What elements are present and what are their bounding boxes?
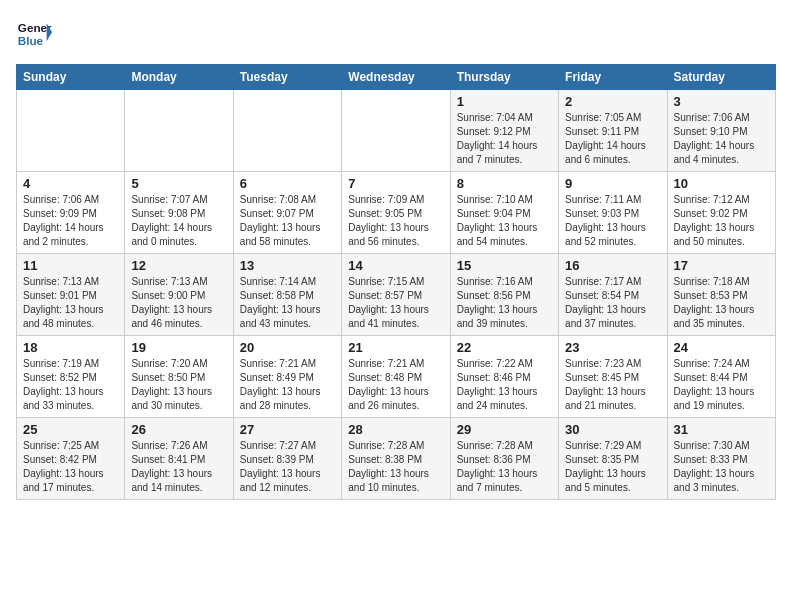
day-info: Sunrise: 7:05 AM Sunset: 9:11 PM Dayligh… bbox=[565, 111, 660, 167]
calendar-week-row: 1Sunrise: 7:04 AM Sunset: 9:12 PM Daylig… bbox=[17, 90, 776, 172]
svg-text:Blue: Blue bbox=[18, 34, 44, 47]
day-info: Sunrise: 7:21 AM Sunset: 8:49 PM Dayligh… bbox=[240, 357, 335, 413]
calendar-cell: 24Sunrise: 7:24 AM Sunset: 8:44 PM Dayli… bbox=[667, 336, 775, 418]
day-info: Sunrise: 7:14 AM Sunset: 8:58 PM Dayligh… bbox=[240, 275, 335, 331]
col-sunday: Sunday bbox=[17, 65, 125, 90]
calendar-cell: 4Sunrise: 7:06 AM Sunset: 9:09 PM Daylig… bbox=[17, 172, 125, 254]
calendar-table: Sunday Monday Tuesday Wednesday Thursday… bbox=[16, 64, 776, 500]
day-info: Sunrise: 7:30 AM Sunset: 8:33 PM Dayligh… bbox=[674, 439, 769, 495]
calendar-cell: 8Sunrise: 7:10 AM Sunset: 9:04 PM Daylig… bbox=[450, 172, 558, 254]
day-number: 15 bbox=[457, 258, 552, 273]
calendar-cell bbox=[125, 90, 233, 172]
calendar-week-row: 25Sunrise: 7:25 AM Sunset: 8:42 PM Dayli… bbox=[17, 418, 776, 500]
day-number: 28 bbox=[348, 422, 443, 437]
calendar-cell bbox=[17, 90, 125, 172]
day-number: 29 bbox=[457, 422, 552, 437]
calendar-cell: 1Sunrise: 7:04 AM Sunset: 9:12 PM Daylig… bbox=[450, 90, 558, 172]
day-number: 11 bbox=[23, 258, 118, 273]
col-saturday: Saturday bbox=[667, 65, 775, 90]
day-info: Sunrise: 7:13 AM Sunset: 9:01 PM Dayligh… bbox=[23, 275, 118, 331]
calendar-cell: 18Sunrise: 7:19 AM Sunset: 8:52 PM Dayli… bbox=[17, 336, 125, 418]
day-number: 30 bbox=[565, 422, 660, 437]
day-info: Sunrise: 7:20 AM Sunset: 8:50 PM Dayligh… bbox=[131, 357, 226, 413]
day-info: Sunrise: 7:08 AM Sunset: 9:07 PM Dayligh… bbox=[240, 193, 335, 249]
day-info: Sunrise: 7:27 AM Sunset: 8:39 PM Dayligh… bbox=[240, 439, 335, 495]
calendar-cell: 11Sunrise: 7:13 AM Sunset: 9:01 PM Dayli… bbox=[17, 254, 125, 336]
day-info: Sunrise: 7:19 AM Sunset: 8:52 PM Dayligh… bbox=[23, 357, 118, 413]
day-number: 26 bbox=[131, 422, 226, 437]
logo-icon: General Blue bbox=[16, 16, 52, 52]
day-info: Sunrise: 7:26 AM Sunset: 8:41 PM Dayligh… bbox=[131, 439, 226, 495]
day-info: Sunrise: 7:07 AM Sunset: 9:08 PM Dayligh… bbox=[131, 193, 226, 249]
day-info: Sunrise: 7:28 AM Sunset: 8:38 PM Dayligh… bbox=[348, 439, 443, 495]
day-number: 4 bbox=[23, 176, 118, 191]
calendar-cell: 10Sunrise: 7:12 AM Sunset: 9:02 PM Dayli… bbox=[667, 172, 775, 254]
day-info: Sunrise: 7:06 AM Sunset: 9:09 PM Dayligh… bbox=[23, 193, 118, 249]
calendar-week-row: 18Sunrise: 7:19 AM Sunset: 8:52 PM Dayli… bbox=[17, 336, 776, 418]
day-info: Sunrise: 7:25 AM Sunset: 8:42 PM Dayligh… bbox=[23, 439, 118, 495]
calendar-cell: 27Sunrise: 7:27 AM Sunset: 8:39 PM Dayli… bbox=[233, 418, 341, 500]
col-wednesday: Wednesday bbox=[342, 65, 450, 90]
calendar-week-row: 11Sunrise: 7:13 AM Sunset: 9:01 PM Dayli… bbox=[17, 254, 776, 336]
logo: General Blue bbox=[16, 16, 52, 52]
day-info: Sunrise: 7:18 AM Sunset: 8:53 PM Dayligh… bbox=[674, 275, 769, 331]
calendar-cell: 25Sunrise: 7:25 AM Sunset: 8:42 PM Dayli… bbox=[17, 418, 125, 500]
calendar-cell: 15Sunrise: 7:16 AM Sunset: 8:56 PM Dayli… bbox=[450, 254, 558, 336]
day-number: 8 bbox=[457, 176, 552, 191]
day-number: 31 bbox=[674, 422, 769, 437]
calendar-cell: 17Sunrise: 7:18 AM Sunset: 8:53 PM Dayli… bbox=[667, 254, 775, 336]
day-number: 6 bbox=[240, 176, 335, 191]
day-info: Sunrise: 7:09 AM Sunset: 9:05 PM Dayligh… bbox=[348, 193, 443, 249]
day-number: 18 bbox=[23, 340, 118, 355]
calendar-cell bbox=[233, 90, 341, 172]
day-info: Sunrise: 7:22 AM Sunset: 8:46 PM Dayligh… bbox=[457, 357, 552, 413]
day-info: Sunrise: 7:16 AM Sunset: 8:56 PM Dayligh… bbox=[457, 275, 552, 331]
day-number: 3 bbox=[674, 94, 769, 109]
day-number: 27 bbox=[240, 422, 335, 437]
calendar-cell bbox=[342, 90, 450, 172]
day-number: 13 bbox=[240, 258, 335, 273]
day-number: 20 bbox=[240, 340, 335, 355]
day-info: Sunrise: 7:28 AM Sunset: 8:36 PM Dayligh… bbox=[457, 439, 552, 495]
day-number: 7 bbox=[348, 176, 443, 191]
day-info: Sunrise: 7:17 AM Sunset: 8:54 PM Dayligh… bbox=[565, 275, 660, 331]
calendar-cell: 28Sunrise: 7:28 AM Sunset: 8:38 PM Dayli… bbox=[342, 418, 450, 500]
calendar-body: 1Sunrise: 7:04 AM Sunset: 9:12 PM Daylig… bbox=[17, 90, 776, 500]
calendar-cell: 14Sunrise: 7:15 AM Sunset: 8:57 PM Dayli… bbox=[342, 254, 450, 336]
day-info: Sunrise: 7:04 AM Sunset: 9:12 PM Dayligh… bbox=[457, 111, 552, 167]
calendar-cell: 19Sunrise: 7:20 AM Sunset: 8:50 PM Dayli… bbox=[125, 336, 233, 418]
calendar-cell: 6Sunrise: 7:08 AM Sunset: 9:07 PM Daylig… bbox=[233, 172, 341, 254]
calendar-cell: 2Sunrise: 7:05 AM Sunset: 9:11 PM Daylig… bbox=[559, 90, 667, 172]
calendar-cell: 23Sunrise: 7:23 AM Sunset: 8:45 PM Dayli… bbox=[559, 336, 667, 418]
day-number: 9 bbox=[565, 176, 660, 191]
day-info: Sunrise: 7:10 AM Sunset: 9:04 PM Dayligh… bbox=[457, 193, 552, 249]
col-thursday: Thursday bbox=[450, 65, 558, 90]
day-info: Sunrise: 7:06 AM Sunset: 9:10 PM Dayligh… bbox=[674, 111, 769, 167]
day-number: 10 bbox=[674, 176, 769, 191]
col-friday: Friday bbox=[559, 65, 667, 90]
calendar-week-row: 4Sunrise: 7:06 AM Sunset: 9:09 PM Daylig… bbox=[17, 172, 776, 254]
calendar-cell: 7Sunrise: 7:09 AM Sunset: 9:05 PM Daylig… bbox=[342, 172, 450, 254]
calendar-cell: 21Sunrise: 7:21 AM Sunset: 8:48 PM Dayli… bbox=[342, 336, 450, 418]
day-number: 2 bbox=[565, 94, 660, 109]
col-tuesday: Tuesday bbox=[233, 65, 341, 90]
day-number: 5 bbox=[131, 176, 226, 191]
day-number: 14 bbox=[348, 258, 443, 273]
day-number: 12 bbox=[131, 258, 226, 273]
calendar-cell: 5Sunrise: 7:07 AM Sunset: 9:08 PM Daylig… bbox=[125, 172, 233, 254]
day-number: 16 bbox=[565, 258, 660, 273]
day-info: Sunrise: 7:23 AM Sunset: 8:45 PM Dayligh… bbox=[565, 357, 660, 413]
day-number: 21 bbox=[348, 340, 443, 355]
calendar-cell: 9Sunrise: 7:11 AM Sunset: 9:03 PM Daylig… bbox=[559, 172, 667, 254]
day-info: Sunrise: 7:15 AM Sunset: 8:57 PM Dayligh… bbox=[348, 275, 443, 331]
day-number: 25 bbox=[23, 422, 118, 437]
header-row: Sunday Monday Tuesday Wednesday Thursday… bbox=[17, 65, 776, 90]
day-number: 22 bbox=[457, 340, 552, 355]
calendar-cell: 29Sunrise: 7:28 AM Sunset: 8:36 PM Dayli… bbox=[450, 418, 558, 500]
day-info: Sunrise: 7:13 AM Sunset: 9:00 PM Dayligh… bbox=[131, 275, 226, 331]
calendar-cell: 12Sunrise: 7:13 AM Sunset: 9:00 PM Dayli… bbox=[125, 254, 233, 336]
calendar-cell: 16Sunrise: 7:17 AM Sunset: 8:54 PM Dayli… bbox=[559, 254, 667, 336]
day-info: Sunrise: 7:24 AM Sunset: 8:44 PM Dayligh… bbox=[674, 357, 769, 413]
calendar-cell: 31Sunrise: 7:30 AM Sunset: 8:33 PM Dayli… bbox=[667, 418, 775, 500]
calendar-cell: 3Sunrise: 7:06 AM Sunset: 9:10 PM Daylig… bbox=[667, 90, 775, 172]
